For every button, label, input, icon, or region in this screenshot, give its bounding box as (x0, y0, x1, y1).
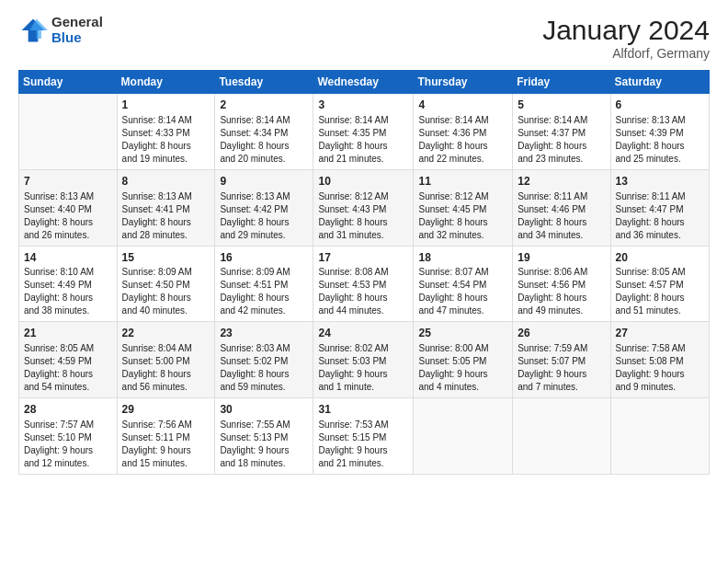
calendar-cell: 6Sunrise: 8:13 AMSunset: 4:39 PMDaylight… (610, 94, 709, 170)
day-info: and 23 minutes. (518, 153, 605, 166)
calendar-cell: 16Sunrise: 8:09 AMSunset: 4:51 PMDayligh… (215, 246, 313, 322)
day-info: Sunset: 5:08 PM (616, 355, 704, 368)
day-info: Sunrise: 7:58 AM (616, 342, 704, 355)
day-info: Sunset: 4:34 PM (220, 127, 308, 140)
calendar-cell: 15Sunrise: 8:09 AMSunset: 4:50 PMDayligh… (117, 246, 215, 322)
day-number: 29 (122, 402, 210, 418)
day-number: 3 (318, 98, 408, 113)
day-info: Daylight: 9 hours (122, 444, 210, 457)
day-info: Sunset: 5:15 PM (318, 431, 408, 444)
day-info: Sunset: 4:51 PM (220, 279, 308, 292)
calendar-cell: 21Sunrise: 8:05 AMSunset: 4:59 PMDayligh… (19, 322, 118, 398)
day-info: and 25 minutes. (616, 153, 704, 166)
calendar-cell: 8Sunrise: 8:13 AMSunset: 4:41 PMDaylight… (117, 169, 215, 246)
day-info: Daylight: 8 hours (220, 140, 308, 153)
day-info: Sunset: 4:50 PM (122, 279, 210, 292)
day-info: Daylight: 8 hours (220, 368, 308, 381)
day-info: Daylight: 9 hours (24, 444, 112, 457)
day-info: and 21 minutes. (318, 457, 408, 470)
day-info: and 26 minutes. (24, 229, 112, 242)
day-info: Daylight: 8 hours (518, 216, 605, 229)
day-info: Sunrise: 8:02 AM (318, 342, 408, 355)
location: Alfdorf, Germany (542, 46, 710, 61)
day-number: 2 (220, 98, 308, 113)
day-number: 20 (616, 250, 704, 266)
calendar: SundayMondayTuesdayWednesdayThursdayFrid… (18, 70, 710, 475)
day-number: 23 (220, 326, 308, 341)
day-info: Sunset: 4:57 PM (616, 279, 704, 292)
calendar-cell: 1Sunrise: 8:14 AMSunset: 4:33 PMDaylight… (117, 94, 215, 170)
day-info: Sunset: 5:10 PM (24, 431, 112, 444)
day-info: and 32 minutes. (418, 229, 507, 242)
day-info: and 19 minutes. (122, 153, 210, 166)
weekday-header: Wednesday (313, 71, 414, 94)
day-info: Daylight: 8 hours (24, 368, 112, 381)
day-info: and 7 minutes. (518, 381, 605, 394)
calendar-cell: 30Sunrise: 7:55 AMSunset: 5:13 PMDayligh… (215, 398, 313, 475)
calendar-cell: 23Sunrise: 8:03 AMSunset: 5:02 PMDayligh… (215, 322, 313, 398)
day-info: and 29 minutes. (220, 229, 308, 242)
day-info: Sunset: 5:02 PM (220, 355, 308, 368)
calendar-cell: 18Sunrise: 8:07 AMSunset: 4:54 PMDayligh… (414, 246, 513, 322)
day-info: Sunrise: 7:56 AM (122, 419, 210, 431)
calendar-cell: 10Sunrise: 8:12 AMSunset: 4:43 PMDayligh… (313, 169, 414, 246)
day-info: Daylight: 8 hours (220, 292, 308, 304)
day-info: and 15 minutes. (122, 457, 210, 470)
weekday-header: Thursday (414, 71, 513, 94)
day-info: Daylight: 8 hours (418, 140, 507, 153)
day-info: Sunset: 4:39 PM (616, 127, 704, 140)
day-info: Daylight: 8 hours (122, 216, 210, 229)
day-info: and 22 minutes. (418, 153, 507, 166)
day-info: Sunset: 4:42 PM (220, 203, 308, 216)
day-info: Sunrise: 8:13 AM (616, 114, 704, 127)
day-info: and 47 minutes. (418, 304, 507, 317)
day-info: Daylight: 8 hours (122, 368, 210, 381)
day-info: Sunset: 5:05 PM (418, 355, 507, 368)
day-info: and 36 minutes. (616, 229, 704, 242)
day-info: Sunset: 4:45 PM (418, 203, 507, 216)
day-info: Sunrise: 8:08 AM (318, 266, 408, 279)
calendar-week-row: 28Sunrise: 7:57 AMSunset: 5:10 PMDayligh… (19, 398, 710, 475)
logo-general: General (51, 15, 103, 30)
day-info: and 38 minutes. (24, 304, 112, 317)
day-number: 28 (24, 402, 112, 418)
calendar-cell: 27Sunrise: 7:58 AMSunset: 5:08 PMDayligh… (610, 322, 709, 398)
day-info: Sunset: 4:41 PM (122, 203, 210, 216)
day-number: 14 (24, 250, 112, 266)
day-info: Sunset: 5:07 PM (518, 355, 605, 368)
day-info: Sunrise: 8:11 AM (616, 190, 704, 203)
day-info: and 9 minutes. (616, 381, 704, 394)
day-info: and 28 minutes. (122, 229, 210, 242)
weekday-header: Tuesday (215, 71, 313, 94)
day-number: 15 (122, 250, 210, 266)
day-info: and 49 minutes. (518, 304, 605, 317)
day-info: Sunrise: 8:04 AM (122, 342, 210, 355)
day-info: Sunrise: 8:00 AM (418, 342, 507, 355)
day-info: Sunrise: 8:14 AM (318, 114, 408, 127)
day-info: Sunrise: 8:09 AM (220, 266, 308, 279)
day-info: Sunrise: 8:14 AM (418, 114, 507, 127)
day-info: Sunrise: 8:05 AM (616, 266, 704, 279)
weekday-header: Saturday (610, 71, 709, 94)
day-info: Daylight: 8 hours (122, 140, 210, 153)
day-info: Daylight: 8 hours (318, 140, 408, 153)
day-info: Sunset: 5:03 PM (318, 355, 408, 368)
day-info: Sunrise: 8:12 AM (418, 190, 507, 203)
day-number: 16 (220, 250, 308, 266)
calendar-cell: 26Sunrise: 7:59 AMSunset: 5:07 PMDayligh… (513, 322, 610, 398)
month-title: January 2024 (542, 15, 710, 46)
weekday-header: Friday (513, 71, 610, 94)
day-number: 11 (418, 174, 507, 190)
day-info: Daylight: 8 hours (418, 216, 507, 229)
day-info: Sunrise: 7:55 AM (220, 419, 308, 431)
day-info: and 12 minutes. (24, 457, 112, 470)
logo-blue: Blue (51, 30, 103, 46)
calendar-cell: 9Sunrise: 8:13 AMSunset: 4:42 PMDaylight… (215, 169, 313, 246)
day-number: 7 (24, 174, 112, 190)
day-info: Sunrise: 8:12 AM (318, 190, 408, 203)
calendar-cell: 20Sunrise: 8:05 AMSunset: 4:57 PMDayligh… (610, 246, 709, 322)
calendar-header-row: SundayMondayTuesdayWednesdayThursdayFrid… (19, 71, 710, 94)
day-info: Sunrise: 8:09 AM (122, 266, 210, 279)
calendar-cell: 12Sunrise: 8:11 AMSunset: 4:46 PMDayligh… (513, 169, 610, 246)
day-info: Sunset: 4:47 PM (616, 203, 704, 216)
